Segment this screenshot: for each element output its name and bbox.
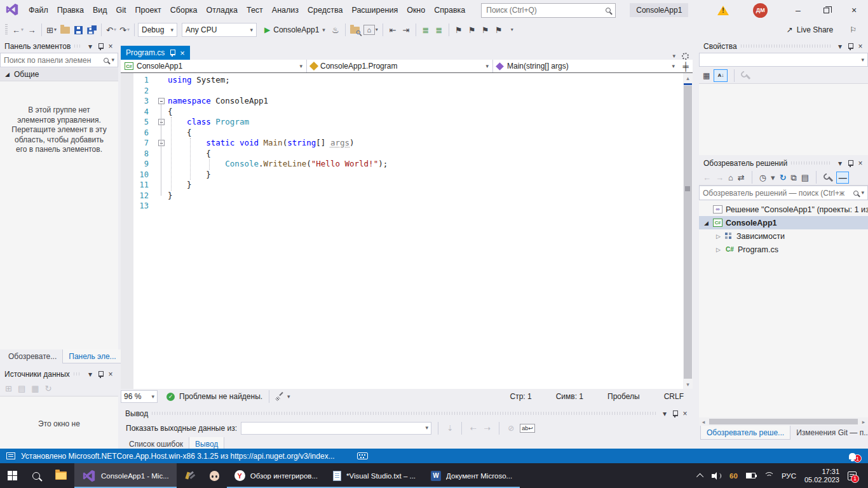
code-line-1[interactable]: 1using System;: [121, 75, 693, 86]
properties-object-dropdown[interactable]: ▾: [699, 53, 868, 67]
code-cleanup-icon[interactable]: [276, 393, 284, 401]
bookmark-overflow-icon[interactable]: ▾: [511, 27, 513, 32]
split-window-button[interactable]: ╪: [679, 60, 693, 72]
line-indicator[interactable]: Стр: 1: [510, 392, 532, 401]
taskbar-search[interactable]: [25, 463, 48, 488]
scroll-up-icon[interactable]: ▴: [683, 73, 693, 83]
menu-Проект[interactable]: Проект: [131, 3, 166, 18]
user-avatar[interactable]: ДМ: [753, 3, 768, 18]
volume-icon[interactable]: [712, 472, 721, 480]
taskbar-game[interactable]: [177, 463, 202, 488]
eol-indicator[interactable]: CRLF: [664, 392, 684, 401]
edit-dataset-icon[interactable]: ▦: [31, 384, 39, 393]
feedback-icon[interactable]: ⚐: [850, 25, 857, 34]
code-line-11[interactable]: 11 }: [121, 180, 693, 191]
close-toolbox-icon[interactable]: ×: [105, 41, 116, 51]
tree-item-deps[interactable]: ▷Зависимости: [699, 229, 868, 243]
configuration-dropdown[interactable]: Debug▾: [138, 23, 177, 37]
window-position-icon[interactable]: ▾: [660, 409, 670, 419]
collapse-all-icon[interactable]: ⧉: [791, 173, 797, 182]
window-position-icon[interactable]: ▾: [85, 369, 95, 379]
pending-changes-filter-icon[interactable]: ◷: [759, 173, 766, 182]
navigate-cursor-back-button[interactable]: ⇤: [386, 23, 399, 37]
clear-all-icon[interactable]: ⊘: [506, 424, 516, 433]
redo-button[interactable]: ↷▾: [118, 23, 131, 37]
pin-button[interactable]: [845, 41, 855, 51]
tree-item-csproj[interactable]: ◢C#ConsoleApp1: [699, 216, 868, 229]
fold-toggle-icon[interactable]: [156, 138, 168, 149]
preview-selected-items-icon[interactable]: —: [836, 172, 849, 184]
window-position-icon[interactable]: ▾: [835, 41, 845, 51]
clear-bookmarks-button[interactable]: ⚑: [492, 23, 505, 37]
save-button[interactable]: [72, 23, 85, 37]
battery-icon[interactable]: [746, 473, 756, 478]
menu-Средства[interactable]: Средства: [303, 3, 347, 18]
home-icon[interactable]: ⌂: [728, 173, 733, 182]
forward-icon[interactable]: →: [715, 173, 724, 182]
save-all-button[interactable]: [85, 23, 98, 37]
alphabetical-sort-icon[interactable]: A↓: [714, 69, 728, 82]
column-indicator[interactable]: Симв: 1: [556, 392, 583, 401]
scroll-left-icon[interactable]: ◂: [699, 419, 708, 425]
new-project-button[interactable]: ⊞▾: [45, 23, 58, 37]
close-properties-icon[interactable]: ×: [855, 41, 865, 51]
close-button[interactable]: ×: [840, 0, 868, 20]
find-message-icon[interactable]: ⇣: [445, 424, 455, 433]
toolbox-search-box[interactable]: ▾: [0, 53, 118, 67]
menu-Окно[interactable]: Окно: [402, 3, 430, 18]
solution-explorer-header[interactable]: Обозреватель решений ▾ ×: [699, 156, 868, 170]
menu-Отладка[interactable]: Отладка: [202, 3, 242, 18]
close-tab-icon[interactable]: ×: [180, 49, 185, 57]
scrollbar-thumb[interactable]: [709, 419, 858, 424]
window-position-icon[interactable]: ▾: [835, 158, 845, 168]
scroll-down-icon[interactable]: ▾: [683, 379, 693, 389]
code-line-6[interactable]: 6 {: [121, 128, 693, 139]
open-file-button[interactable]: [58, 23, 71, 37]
close-output-icon[interactable]: ×: [680, 409, 690, 419]
wifi-icon[interactable]: [764, 472, 773, 479]
pin-button[interactable]: [95, 369, 105, 379]
tab-server-explorer[interactable]: Обозревате...: [3, 349, 62, 363]
global-search-box[interactable]: [481, 3, 616, 18]
refresh-icon[interactable]: ↻: [45, 384, 52, 393]
data-sources-header[interactable]: Источники данных ▾ ×: [0, 367, 118, 381]
toolbox-header[interactable]: Панель элементов ▾ ×: [0, 39, 118, 53]
gear-icon[interactable]: [682, 53, 689, 60]
increase-indent-button[interactable]: ≣: [433, 23, 445, 37]
taskbar-explorer[interactable]: [48, 463, 74, 488]
output-header[interactable]: Вывод ▾ ×: [121, 407, 693, 420]
tab-program-cs[interactable]: Program.cs ×: [121, 46, 190, 60]
navigate-forward-button[interactable]: →: [25, 23, 38, 37]
next-message-icon[interactable]: ⇢: [482, 424, 492, 433]
notifications-button[interactable]: 1: [849, 449, 862, 463]
code-line-4[interactable]: 4{: [121, 107, 693, 118]
zoom-dropdown[interactable]: 96 % ▾: [121, 390, 158, 403]
menu-Расширения[interactable]: Расширения: [347, 3, 402, 18]
action-center-button[interactable]: 1: [848, 468, 862, 484]
battery-percent[interactable]: 60: [729, 472, 738, 480]
language-indicator[interactable]: РУС: [782, 472, 796, 480]
tab-solution-explorer[interactable]: Обозреватель реше...: [700, 426, 790, 440]
menu-Анализ[interactable]: Анализ: [268, 3, 303, 18]
code-line-3[interactable]: 3namespace ConsoleApp1: [121, 96, 693, 107]
next-bookmark-button[interactable]: ⚑: [479, 23, 492, 37]
taskbar-vs[interactable]: ConsoleApp1 - Mic...: [74, 463, 177, 488]
code-line-13[interactable]: 13: [121, 201, 693, 212]
fold-toggle-icon[interactable]: [156, 117, 168, 128]
toolbar-grip[interactable]: [5, 24, 8, 36]
code-line-12[interactable]: 12}: [121, 191, 693, 201]
solution-horizontal-scrollbar[interactable]: ◂ ▸: [699, 417, 868, 426]
taskbar-word[interactable]: WДокумент Microso...: [423, 463, 520, 488]
menu-Тест[interactable]: Тест: [242, 3, 268, 18]
code-line-7[interactable]: 7 static void Main(string[] args): [121, 138, 693, 149]
solution-search-box[interactable]: ▾: [699, 186, 868, 200]
switch-views-icon[interactable]: ⇄: [738, 173, 745, 182]
property-pages-icon[interactable]: [741, 71, 749, 79]
platform-dropdown[interactable]: Any CPU▾: [182, 23, 257, 37]
configure-data-source-icon[interactable]: ▤: [18, 384, 25, 393]
code-line-2[interactable]: 2: [121, 86, 693, 97]
filter-options-icon[interactable]: ▾: [771, 173, 775, 182]
tree-item-solution[interactable]: ∞Решение "ConsoleApp1" (проекты: 1 из 1): [699, 203, 868, 216]
tray-expand-icon[interactable]: [696, 473, 703, 480]
expander-icon[interactable]: ▷: [715, 247, 722, 253]
